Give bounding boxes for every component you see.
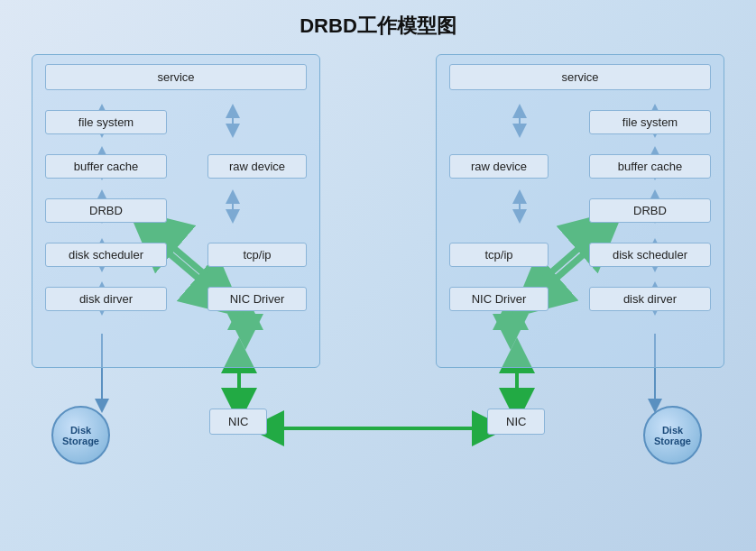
right-filesystem-box: file system — [589, 110, 711, 134]
left-disk-storage: DiskStorage — [51, 406, 110, 464]
left-filesystem-box: file system — [45, 110, 167, 134]
right-tcpip-box: tcp/ip — [449, 243, 549, 267]
right-disk-storage: DiskStorage — [643, 406, 702, 464]
left-diskdriver-box: disk dirver — [45, 287, 167, 311]
left-tcpip-box: tcp/ip — [207, 243, 307, 267]
right-drbd-box: DRBD — [589, 198, 711, 223]
right-panel: service file system raw device buffer ca… — [436, 54, 724, 368]
left-rawdevice-box: raw device — [207, 154, 307, 179]
left-disk-storage-label: DiskStorage — [62, 425, 99, 446]
right-nic-box: NIC — [487, 409, 545, 435]
left-nicdriver-box: NIC Driver — [207, 287, 307, 311]
right-nicdriver-box: NIC Driver — [449, 287, 549, 311]
right-service-box: service — [449, 64, 711, 90]
left-service-box: service — [45, 64, 307, 90]
left-buffercache-box: buffer cache — [45, 154, 167, 179]
left-nic-box: NIC — [209, 409, 267, 435]
left-diskscheduler-box: disk scheduler — [45, 243, 167, 267]
right-disk-storage-label: DiskStorage — [654, 425, 691, 446]
right-diskdriver-box: disk dirver — [589, 287, 711, 311]
right-diskscheduler-box: disk scheduler — [589, 243, 711, 267]
right-buffercache-box: buffer cache — [589, 154, 711, 179]
left-drbd-box: DRBD — [45, 198, 167, 223]
right-rawdevice-box: raw device — [449, 154, 549, 179]
title-text: DRBD工作模型图 — [300, 14, 456, 37]
page-title: DRBD工作模型图 — [0, 0, 756, 47]
left-panel: service file system buffer cache raw dev… — [32, 54, 320, 368]
